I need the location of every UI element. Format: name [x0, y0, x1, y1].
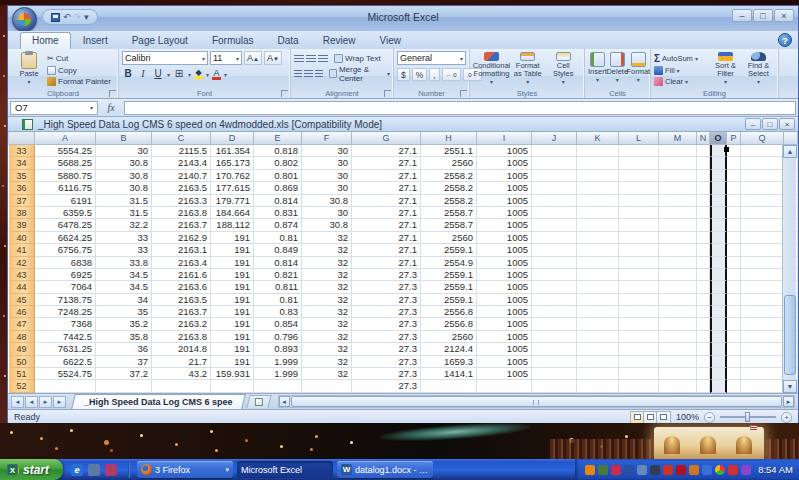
format-as-table-button[interactable]: Format as Table▾ — [510, 51, 546, 87]
cell-E33[interactable]: 0.818 — [254, 145, 302, 157]
cell-K42[interactable] — [577, 257, 619, 269]
cell-P49[interactable] — [727, 343, 741, 355]
cell-E50[interactable]: 1.999 — [254, 356, 302, 368]
cell-B50[interactable]: 37 — [96, 356, 152, 368]
cell-F50[interactable]: 32 — [302, 356, 352, 368]
cell-H51[interactable]: 1414.1 — [421, 368, 477, 380]
tray-icon-1[interactable] — [585, 465, 595, 475]
cell-A45[interactable]: 7138.75 — [35, 294, 96, 306]
cell-E40[interactable]: 0.81 — [254, 232, 302, 244]
cell-P47[interactable] — [727, 318, 741, 330]
cell-A34[interactable]: 5688.25 — [35, 157, 96, 169]
name-box[interactable]: O7▾ — [10, 101, 98, 115]
cell-F36[interactable]: 30 — [302, 182, 352, 194]
cell-D34[interactable]: 165.173 — [211, 157, 254, 169]
scroll-right-icon[interactable]: ► — [783, 396, 794, 407]
cell-L48[interactable] — [619, 331, 659, 343]
cell-I52[interactable] — [477, 380, 532, 392]
row-header-45[interactable]: 45 — [9, 294, 35, 306]
font-name-select[interactable]: Calibri▾ — [122, 51, 208, 65]
cell-I45[interactable]: 1005 — [477, 294, 532, 306]
internet-explorer-icon[interactable]: e — [71, 464, 83, 476]
cell-F33[interactable]: 30 — [302, 145, 352, 157]
cell-F37[interactable]: 30.8 — [302, 195, 352, 207]
show-desktop-icon[interactable] — [88, 464, 100, 476]
cell-N52[interactable] — [697, 380, 710, 392]
column-header-C[interactable]: C — [152, 132, 211, 145]
cell-J38[interactable] — [532, 207, 577, 219]
cell-A43[interactable]: 6925 — [35, 269, 96, 281]
workbook-close-button[interactable]: × — [779, 118, 795, 130]
cell-H41[interactable]: 2559.1 — [421, 244, 477, 256]
cell-L41[interactable] — [619, 244, 659, 256]
cell-A52[interactable] — [35, 380, 96, 392]
cell-K40[interactable] — [577, 232, 619, 244]
cell-A51[interactable]: 5524.75 — [35, 368, 96, 380]
previous-sheet-icon[interactable]: ◄ — [25, 396, 38, 408]
select-all-corner[interactable] — [9, 132, 35, 145]
cell-H44[interactable]: 2559.1 — [421, 281, 477, 293]
row-header-35[interactable]: 35 — [9, 170, 35, 182]
cell-C52[interactable] — [152, 380, 211, 392]
format-cells-button[interactable]: Format▾ — [628, 51, 649, 87]
last-sheet-icon[interactable]: ► — [53, 396, 66, 408]
tray-icon-7[interactable] — [663, 465, 673, 475]
cell-K38[interactable] — [577, 207, 619, 219]
cell-P43[interactable] — [727, 269, 741, 281]
formula-input[interactable] — [124, 101, 796, 115]
cell-M44[interactable] — [659, 281, 697, 293]
font-size-select[interactable]: 11▾ — [210, 51, 242, 65]
tray-icon-5[interactable] — [637, 465, 647, 475]
row-header-37[interactable]: 37 — [9, 195, 35, 207]
row-header-39[interactable]: 39 — [9, 219, 35, 231]
cell-G44[interactable]: 27.3 — [352, 281, 421, 293]
page-break-view-icon[interactable] — [657, 412, 670, 423]
cell-G48[interactable]: 27.3 — [352, 331, 421, 343]
cell-J41[interactable] — [532, 244, 577, 256]
column-header-Q[interactable]: Q — [741, 132, 784, 145]
cell-K41[interactable] — [577, 244, 619, 256]
cell-I37[interactable]: 1005 — [477, 195, 532, 207]
cell-J52[interactable] — [532, 380, 577, 392]
cell-L44[interactable] — [619, 281, 659, 293]
cell-K48[interactable] — [577, 331, 619, 343]
cell-M35[interactable] — [659, 170, 697, 182]
cell-C38[interactable]: 2163.8 — [152, 207, 211, 219]
cell-L49[interactable] — [619, 343, 659, 355]
autosum-button[interactable]: ΣAutoSum▾ — [654, 53, 709, 64]
cell-D40[interactable]: 191 — [211, 232, 254, 244]
cell-H37[interactable]: 2558.2 — [421, 195, 477, 207]
cell-F38[interactable]: 30 — [302, 207, 352, 219]
vertical-scrollbar[interactable]: ▲ ▼ — [782, 145, 796, 393]
cell-C48[interactable]: 2163.8 — [152, 331, 211, 343]
cell-M40[interactable] — [659, 232, 697, 244]
cell-L37[interactable] — [619, 195, 659, 207]
cell-P48[interactable] — [727, 331, 741, 343]
cell-O44[interactable] — [710, 281, 727, 293]
cell-P46[interactable] — [727, 306, 741, 318]
cell-O49[interactable] — [710, 343, 727, 355]
cell-O42[interactable] — [710, 257, 727, 269]
wrap-text-button[interactable]: Wrap Text — [334, 54, 381, 63]
cell-D37[interactable]: 179.771 — [211, 195, 254, 207]
restore-button[interactable]: □ — [753, 9, 773, 22]
row-header-44[interactable]: 44 — [9, 281, 35, 293]
cell-D52[interactable] — [211, 380, 254, 392]
cell-F48[interactable]: 32 — [302, 331, 352, 343]
cell-I48[interactable]: 1005 — [477, 331, 532, 343]
cell-styles-button[interactable]: Cell Styles▾ — [546, 51, 582, 87]
workbook-restore-button[interactable]: □ — [762, 118, 778, 130]
cell-M36[interactable] — [659, 182, 697, 194]
merge-center-button[interactable]: Merge & Center▾ — [329, 65, 390, 83]
number-format-select[interactable]: General▾ — [397, 51, 466, 65]
cell-O48[interactable] — [710, 331, 727, 343]
find-select-button[interactable]: Find & Select▾ — [742, 51, 775, 87]
cell-O45[interactable] — [710, 294, 727, 306]
cell-C43[interactable]: 2161.6 — [152, 269, 211, 281]
cell-B46[interactable]: 35 — [96, 306, 152, 318]
cell-I40[interactable]: 1005 — [477, 232, 532, 244]
cell-I39[interactable]: 1005 — [477, 219, 532, 231]
cell-B49[interactable]: 36 — [96, 343, 152, 355]
cell-E38[interactable]: 0.831 — [254, 207, 302, 219]
cell-D38[interactable]: 184.664 — [211, 207, 254, 219]
